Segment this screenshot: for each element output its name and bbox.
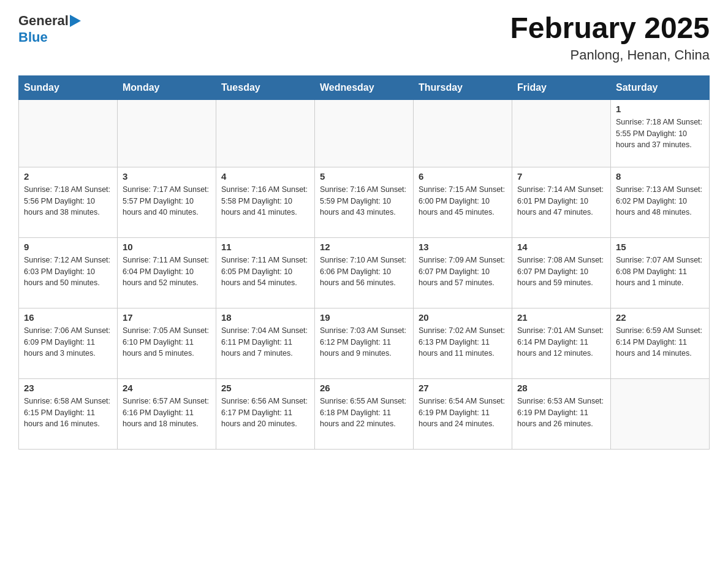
day-header-friday: Friday [512,75,611,99]
day-info: Sunrise: 7:16 AM Sunset: 5:59 PM Dayligh… [320,184,408,218]
day-number: 5 [320,171,408,182]
day-number: 16 [24,312,112,323]
week-row-2: 2Sunrise: 7:18 AM Sunset: 5:56 PM Daylig… [19,167,710,237]
calendar-cell [19,99,118,167]
day-info: Sunrise: 7:11 AM Sunset: 6:04 PM Dayligh… [123,255,211,289]
week-row-3: 9Sunrise: 7:12 AM Sunset: 6:03 PM Daylig… [19,237,710,308]
calendar-cell [216,99,315,167]
day-number: 9 [24,242,112,252]
day-number: 18 [221,312,309,323]
day-info: Sunrise: 7:18 AM Sunset: 5:56 PM Dayligh… [24,184,112,218]
day-header-sunday: Sunday [19,75,118,99]
day-info: Sunrise: 7:04 AM Sunset: 6:11 PM Dayligh… [221,325,309,359]
calendar-cell: 4Sunrise: 7:16 AM Sunset: 5:58 PM Daylig… [216,167,315,237]
page-header: General Blue February 2025 Panlong, Hena… [18,12,710,63]
calendar-cell: 21Sunrise: 7:01 AM Sunset: 6:14 PM Dayli… [512,308,611,378]
calendar-cell: 17Sunrise: 7:05 AM Sunset: 6:10 PM Dayli… [118,308,216,378]
calendar-cell: 24Sunrise: 6:57 AM Sunset: 6:16 PM Dayli… [118,378,216,449]
calendar-cell: 8Sunrise: 7:13 AM Sunset: 6:02 PM Daylig… [611,167,710,237]
day-header-tuesday: Tuesday [216,75,315,99]
day-number: 27 [419,383,507,393]
day-number: 11 [221,242,309,252]
day-number: 15 [616,242,704,252]
calendar-cell: 1Sunrise: 7:18 AM Sunset: 5:55 PM Daylig… [611,99,710,167]
calendar-cell: 12Sunrise: 7:10 AM Sunset: 6:06 PM Dayli… [315,237,414,308]
day-info: Sunrise: 7:10 AM Sunset: 6:06 PM Dayligh… [320,255,408,289]
day-info: Sunrise: 6:53 AM Sunset: 6:19 PM Dayligh… [517,396,605,430]
day-info: Sunrise: 7:18 AM Sunset: 5:55 PM Dayligh… [616,117,704,151]
calendar-cell: 3Sunrise: 7:17 AM Sunset: 5:57 PM Daylig… [118,167,216,237]
day-info: Sunrise: 7:15 AM Sunset: 6:00 PM Dayligh… [419,184,507,218]
day-info: Sunrise: 7:11 AM Sunset: 6:05 PM Dayligh… [221,255,309,289]
day-info: Sunrise: 7:08 AM Sunset: 6:07 PM Dayligh… [517,255,605,289]
calendar-subtitle: Panlong, Henan, China [510,47,710,63]
day-number: 3 [123,171,211,182]
logo-general: General [18,13,69,29]
day-info: Sunrise: 7:13 AM Sunset: 6:02 PM Dayligh… [616,184,704,218]
day-info: Sunrise: 7:09 AM Sunset: 6:07 PM Dayligh… [419,255,507,289]
day-info: Sunrise: 6:54 AM Sunset: 6:19 PM Dayligh… [419,396,507,430]
week-row-5: 23Sunrise: 6:58 AM Sunset: 6:15 PM Dayli… [19,378,710,449]
day-number: 6 [419,171,507,182]
day-number: 26 [320,383,408,393]
day-number: 28 [517,383,605,393]
day-info: Sunrise: 7:07 AM Sunset: 6:08 PM Dayligh… [616,255,704,289]
calendar-cell: 2Sunrise: 7:18 AM Sunset: 5:56 PM Daylig… [19,167,118,237]
svg-marker-0 [70,15,81,27]
day-info: Sunrise: 6:58 AM Sunset: 6:15 PM Dayligh… [24,396,112,430]
calendar-cell: 13Sunrise: 7:09 AM Sunset: 6:07 PM Dayli… [414,237,512,308]
day-number: 22 [616,312,704,323]
day-info: Sunrise: 7:17 AM Sunset: 5:57 PM Dayligh… [123,184,211,218]
calendar-cell: 18Sunrise: 7:04 AM Sunset: 6:11 PM Dayli… [216,308,315,378]
week-row-1: 1Sunrise: 7:18 AM Sunset: 5:55 PM Daylig… [19,99,710,167]
calendar-cell: 9Sunrise: 7:12 AM Sunset: 6:03 PM Daylig… [19,237,118,308]
day-header-wednesday: Wednesday [315,75,414,99]
day-info: Sunrise: 7:06 AM Sunset: 6:09 PM Dayligh… [24,325,112,359]
week-row-4: 16Sunrise: 7:06 AM Sunset: 6:09 PM Dayli… [19,308,710,378]
day-info: Sunrise: 7:03 AM Sunset: 6:12 PM Dayligh… [320,325,408,359]
calendar-cell: 11Sunrise: 7:11 AM Sunset: 6:05 PM Dayli… [216,237,315,308]
logo: General Blue [18,12,83,45]
calendar-cell [414,99,512,167]
day-info: Sunrise: 6:59 AM Sunset: 6:14 PM Dayligh… [616,325,704,359]
calendar-cell: 7Sunrise: 7:14 AM Sunset: 6:01 PM Daylig… [512,167,611,237]
day-info: Sunrise: 7:16 AM Sunset: 5:58 PM Dayligh… [221,184,309,218]
calendar-table: SundayMondayTuesdayWednesdayThursdayFrid… [18,75,710,450]
day-number: 20 [419,312,507,323]
day-number: 10 [123,242,211,252]
calendar-cell: 15Sunrise: 7:07 AM Sunset: 6:08 PM Dayli… [611,237,710,308]
calendar-cell: 16Sunrise: 7:06 AM Sunset: 6:09 PM Dayli… [19,308,118,378]
day-info: Sunrise: 7:01 AM Sunset: 6:14 PM Dayligh… [517,325,605,359]
calendar-cell: 6Sunrise: 7:15 AM Sunset: 6:00 PM Daylig… [414,167,512,237]
day-number: 24 [123,383,211,393]
calendar-cell: 14Sunrise: 7:08 AM Sunset: 6:07 PM Dayli… [512,237,611,308]
day-info: Sunrise: 7:05 AM Sunset: 6:10 PM Dayligh… [123,325,211,359]
calendar-cell: 22Sunrise: 6:59 AM Sunset: 6:14 PM Dayli… [611,308,710,378]
calendar-title: February 2025 [510,12,710,45]
day-info: Sunrise: 7:12 AM Sunset: 6:03 PM Dayligh… [24,255,112,289]
calendar-cell: 26Sunrise: 6:55 AM Sunset: 6:18 PM Dayli… [315,378,414,449]
calendar-cell: 10Sunrise: 7:11 AM Sunset: 6:04 PM Dayli… [118,237,216,308]
calendar-cell: 28Sunrise: 6:53 AM Sunset: 6:19 PM Dayli… [512,378,611,449]
day-number: 8 [616,171,704,182]
logo-icon [70,12,83,29]
calendar-cell: 27Sunrise: 6:54 AM Sunset: 6:19 PM Dayli… [414,378,512,449]
calendar-cell [118,99,216,167]
day-number: 1 [616,104,704,114]
day-info: Sunrise: 6:57 AM Sunset: 6:16 PM Dayligh… [123,396,211,430]
day-info: Sunrise: 7:02 AM Sunset: 6:13 PM Dayligh… [419,325,507,359]
logo-blue: Blue [18,29,48,45]
calendar-cell: 5Sunrise: 7:16 AM Sunset: 5:59 PM Daylig… [315,167,414,237]
day-number: 13 [419,242,507,252]
day-header-saturday: Saturday [611,75,710,99]
calendar-cell [315,99,414,167]
day-info: Sunrise: 6:55 AM Sunset: 6:18 PM Dayligh… [320,396,408,430]
day-number: 19 [320,312,408,323]
day-number: 23 [24,383,112,393]
calendar-cell: 19Sunrise: 7:03 AM Sunset: 6:12 PM Dayli… [315,308,414,378]
calendar-cell: 23Sunrise: 6:58 AM Sunset: 6:15 PM Dayli… [19,378,118,449]
day-number: 17 [123,312,211,323]
day-number: 12 [320,242,408,252]
day-header-monday: Monday [118,75,216,99]
calendar-cell [512,99,611,167]
